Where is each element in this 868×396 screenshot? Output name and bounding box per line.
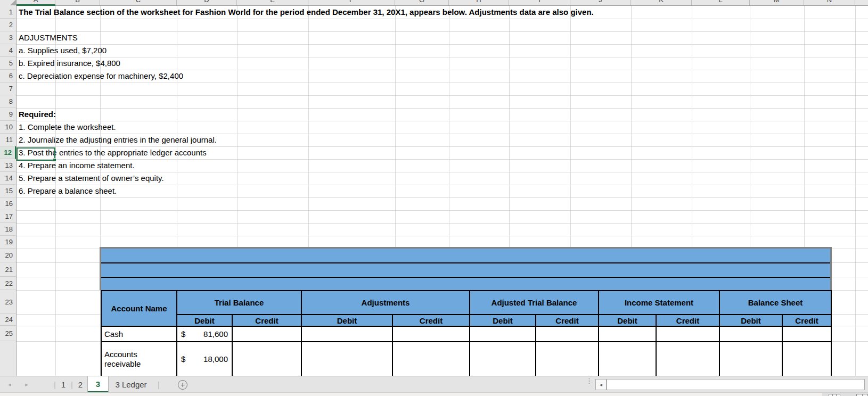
select-all-corner[interactable] [0,0,17,6]
column-header-J[interactable]: J [570,0,631,6]
group-header-adjusted-trial-balance[interactable]: Adjusted Trial Balance [470,291,599,315]
cell-text-row-9[interactable]: Required: [19,108,56,121]
table-cell[interactable] [720,342,783,377]
subheader-tb-debit[interactable]: Debit [177,315,233,327]
hscroll-track[interactable] [607,379,865,390]
table-cell[interactable] [657,342,720,377]
row-header-2[interactable]: 2 [0,19,16,31]
account-cell-accounts-receivable[interactable]: Accounts receivable [102,342,177,377]
sheet-tab-2[interactable]: 2 [74,376,87,393]
row-header-12[interactable]: 12 [0,146,16,159]
row-header-13[interactable]: 13 [0,159,16,172]
row-headers[interactable]: 1234567891011121314151617181920212223242… [0,6,17,376]
column-header-M[interactable]: M [750,0,804,6]
subheader-adj-debit[interactable]: Debit [302,315,393,327]
table-cell[interactable] [599,342,657,377]
column-header-B[interactable]: B [55,0,100,6]
row-header-18[interactable]: 18 [0,223,16,236]
cell-text-row-4[interactable]: a. Supplies used, $7,200 [19,44,107,57]
sheet-nav-right-icon[interactable]: ▸ [22,376,31,393]
table-cell[interactable] [233,342,302,377]
row-header-14[interactable]: 14 [0,172,16,185]
table-cell[interactable] [536,342,599,377]
sheet-tab-3-ledger[interactable]: 3 Ledger [109,376,153,393]
table-cell[interactable] [536,327,599,342]
sheet-nav-left-icon[interactable]: ◂ [5,376,14,393]
row-header-20[interactable]: 20 [0,249,16,262]
column-header-N[interactable]: N [804,0,855,6]
row-header-4[interactable]: 4 [0,44,16,57]
row-header-8[interactable]: 8 [0,95,16,108]
subheader-adj-credit[interactable]: Credit [393,315,470,327]
group-header-adjustments[interactable]: Adjustments [302,291,470,315]
row-header-17[interactable]: 17 [0,210,16,223]
cash-tb-debit-cell[interactable]: $ 81,600 [177,327,233,342]
cell-text-row-14[interactable]: 5. Prepare a statement of owner’s equity… [19,172,164,185]
subheader-bs-debit[interactable]: Debit [720,315,783,327]
column-header-K[interactable]: K [631,0,692,6]
cell-text-row-11[interactable]: 2. Journalize the adjusting entries in t… [19,134,217,146]
table-cell[interactable] [599,327,657,342]
table-cell[interactable] [470,327,536,342]
row-header-16[interactable]: 16 [0,197,16,210]
table-cell[interactable] [720,327,783,342]
table-cell[interactable] [657,327,720,342]
table-cell[interactable] [302,342,393,377]
column-header-E[interactable]: E [237,0,308,6]
table-cell[interactable] [302,327,393,342]
subheader-tb-credit[interactable]: Credit [233,315,302,327]
cell-text-row-1[interactable]: The Trial Balance section of the workshe… [19,6,594,19]
column-header-F[interactable]: F [308,0,395,6]
table-cell[interactable] [783,327,832,342]
column-header-C[interactable]: C [100,0,177,6]
row-header-5[interactable]: 5 [0,57,16,70]
sheet-tab-1[interactable]: 1 [57,376,70,393]
group-header-balance-sheet[interactable]: Balance Sheet [720,291,832,315]
table-title-banner[interactable] [100,247,832,290]
account-cell-cash[interactable]: Cash [102,327,177,342]
subheader-atb-credit[interactable]: Credit [536,315,599,327]
hscroll-left-arrow[interactable]: ◂ [595,379,607,390]
row-header-6[interactable]: 6 [0,70,16,82]
row-header-10[interactable]: 10 [0,121,16,134]
row-header-1[interactable]: 1 [0,6,16,19]
subheader-bs-credit[interactable]: Credit [783,315,832,327]
row-header-7[interactable]: 7 [0,82,16,95]
cell-text-row-5[interactable]: b. Expired insurance, $4,800 [19,57,120,70]
cell-text-row-15[interactable]: 6. Prepare a balance sheet. [19,185,117,197]
column-header-L[interactable]: L [692,0,750,6]
table-cell[interactable] [470,342,536,377]
page-layout-view-icon[interactable] [856,394,868,396]
subheader-is-credit[interactable]: Credit [657,315,720,327]
row-header-19[interactable]: 19 [0,236,16,249]
row-header-24[interactable]: 24 [0,314,16,326]
row-header-23[interactable]: 23 [0,290,16,314]
accounts-receivable-tb-debit-cell[interactable]: $ 18,000 [177,342,233,377]
tab-scrollbar-splitter[interactable]: ⋮ [586,380,591,390]
row-header-22[interactable]: 22 [0,277,16,290]
cell-text-row-6[interactable]: c. Depreciation expense for machinery, $… [19,70,183,82]
active-cell-selection[interactable] [17,147,55,161]
column-header-H[interactable]: H [449,0,509,6]
row-header-25[interactable]: 25 [0,326,16,341]
column-header-D[interactable]: D [177,0,237,6]
subheader-atb-debit[interactable]: Debit [470,315,536,327]
column-header-I[interactable]: I [509,0,570,6]
row-header-15[interactable]: 15 [0,185,16,197]
column-headers[interactable]: ABCDEFGHIJKLMN [0,0,868,6]
group-header-trial-balance[interactable]: Trial Balance [177,291,302,315]
row-header-11[interactable]: 11 [0,134,16,146]
cell-text-row-13[interactable]: 4. Prepare an income statement. [19,159,135,172]
table-cell[interactable] [393,342,470,377]
table-cell[interactable] [393,327,470,342]
fill-handle[interactable] [53,158,56,162]
cell-text-row-3[interactable]: ADJUSTMENTS [19,31,78,44]
sheet-tab-3-active[interactable]: 3 [87,376,109,393]
row-header-9[interactable]: 9 [0,108,16,121]
row-header-21[interactable]: 21 [0,262,16,277]
row-header-3[interactable]: 3 [0,31,16,44]
group-header-income-statement[interactable]: Income Statement [599,291,720,315]
add-sheet-button[interactable]: + [178,380,187,390]
cell-text-row-10[interactable]: 1. Complete the worksheet. [19,121,116,134]
column-header-G[interactable]: G [395,0,449,6]
